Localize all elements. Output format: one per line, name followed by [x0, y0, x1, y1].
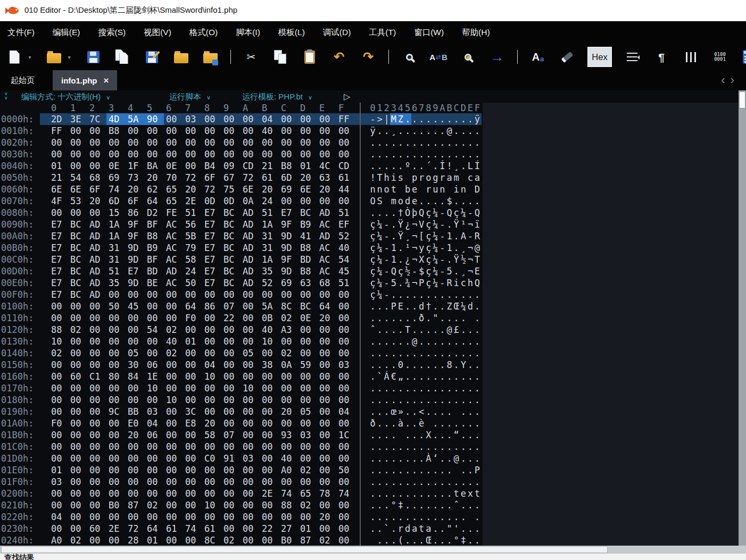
hex-byte[interactable]: E7: [202, 219, 221, 230]
hex-byte[interactable]: 00: [68, 347, 87, 359]
ascii-char[interactable]: .: [404, 406, 411, 417]
ascii-char[interactable]: .: [439, 417, 446, 429]
ascii-char[interactable]: t: [474, 488, 480, 499]
ascii-char[interactable]: ç: [425, 219, 432, 230]
hex-byte[interactable]: 05: [298, 406, 317, 417]
hex-byte[interactable]: 00: [183, 499, 202, 511]
ascii-char[interactable]: m: [453, 172, 460, 183]
ascii-char[interactable]: .: [474, 476, 480, 488]
hex-byte[interactable]: 00: [68, 488, 87, 499]
hex-byte[interactable]: 00: [106, 137, 126, 148]
hex-byte[interactable]: A3: [279, 324, 298, 336]
ascii-char[interactable]: .: [453, 476, 460, 488]
hex-byte[interactable]: 1A: [260, 254, 279, 265]
hex-byte[interactable]: 07: [221, 429, 241, 441]
hex-byte[interactable]: 00: [298, 441, 317, 453]
hex-byte[interactable]: 41: [298, 230, 317, 242]
ascii-char[interactable]: [467, 312, 474, 324]
hex-byte[interactable]: 00: [87, 476, 106, 488]
ascii-char[interactable]: .: [404, 137, 411, 148]
hex-byte[interactable]: 00: [49, 406, 68, 417]
ascii-char[interactable]: .: [411, 160, 418, 172]
ascii-char[interactable]: ¹: [460, 219, 467, 230]
ascii-char[interactable]: <: [418, 406, 425, 417]
hex-byte[interactable]: 00: [221, 137, 241, 148]
hex-byte[interactable]: 00: [183, 534, 202, 546]
hex-byte[interactable]: 20: [298, 172, 317, 183]
ascii-char[interactable]: .: [453, 265, 460, 277]
hex-byte[interactable]: 00: [87, 534, 106, 546]
ascii-char[interactable]: -: [439, 242, 446, 254]
hex-byte[interactable]: E7: [202, 230, 221, 242]
ascii-char[interactable]: .: [474, 347, 480, 359]
hex-byte[interactable]: 00: [164, 429, 183, 441]
hex-byte[interactable]: C1: [87, 371, 106, 382]
ascii-char[interactable]: .: [397, 277, 404, 289]
ascii-char[interactable]: .: [404, 347, 411, 359]
hex-byte[interactable]: 38: [260, 359, 279, 371]
hex-byte[interactable]: 00: [241, 394, 260, 406]
ascii-char[interactable]: .: [369, 523, 376, 534]
hex-byte[interactable]: 00: [241, 417, 260, 429]
hex-row[interactable]: 0240h:A0020000280100008C020000B0870200 .…: [0, 534, 739, 546]
ascii-char[interactable]: e: [460, 488, 467, 499]
hex-byte[interactable]: CD: [241, 160, 260, 172]
hex-byte[interactable]: 00: [183, 289, 202, 300]
hex-byte[interactable]: 0E: [164, 160, 183, 172]
hex-byte[interactable]: AD: [87, 277, 106, 289]
ascii-char[interactable]: @: [453, 453, 460, 464]
hex-byte[interactable]: 9D: [126, 242, 145, 254]
ascii-char[interactable]: º: [404, 160, 411, 172]
hex-byte[interactable]: 00: [241, 148, 260, 160]
hex-byte[interactable]: 00: [336, 511, 355, 523]
ascii-char[interactable]: 1: [390, 242, 397, 254]
ascii-char[interactable]: ç: [425, 254, 432, 265]
ascii-char[interactable]: .: [474, 394, 480, 406]
hex-byte[interactable]: 00: [68, 336, 87, 347]
ascii-char[interactable]: ": [446, 523, 453, 534]
ascii-char[interactable]: t: [390, 183, 397, 195]
ascii-char[interactable]: -: [383, 254, 390, 265]
ascii-char[interactable]: ˆ: [453, 499, 460, 511]
hex-byte[interactable]: BC: [221, 219, 241, 230]
hex-byte[interactable]: 00: [164, 417, 183, 429]
ascii-char[interactable]: .: [383, 406, 390, 417]
hex-byte[interactable]: CD: [336, 160, 355, 172]
hex-byte[interactable]: 54: [68, 172, 87, 183]
ascii-char[interactable]: .: [383, 125, 390, 137]
ascii-char[interactable]: .: [404, 336, 411, 347]
ascii-char[interactable]: c: [467, 172, 474, 183]
ascii-char[interactable]: ¼: [432, 230, 439, 242]
hex-byte[interactable]: 00: [317, 371, 336, 382]
hex-byte[interactable]: 00: [336, 125, 355, 137]
hex-byte[interactable]: 00: [298, 289, 317, 300]
hex-byte[interactable]: 00: [106, 347, 126, 359]
hex-byte[interactable]: 04: [336, 406, 355, 417]
ascii-char[interactable]: .: [446, 464, 453, 476]
hex-byte[interactable]: 02: [279, 347, 298, 359]
ascii-char[interactable]: Ò: [404, 207, 411, 219]
ascii-char[interactable]: .: [376, 148, 383, 160]
hex-byte[interactable]: 20: [317, 183, 336, 195]
ascii-char[interactable]: n: [369, 183, 376, 195]
hex-byte[interactable]: 10: [164, 394, 183, 406]
ascii-char[interactable]: .: [474, 441, 480, 453]
ascii-char[interactable]: ¼: [432, 265, 439, 277]
ascii-char[interactable]: .: [425, 312, 432, 324]
ascii-char[interactable]: [453, 406, 460, 417]
ascii-char[interactable]: .: [390, 464, 397, 476]
ascii-char[interactable]: .: [390, 347, 397, 359]
hex-byte[interactable]: 00: [68, 125, 87, 137]
ascii-char[interactable]: .: [397, 453, 404, 464]
ascii-char[interactable]: .: [439, 429, 446, 441]
ascii-char[interactable]: .: [397, 125, 404, 137]
ascii-char[interactable]: ç: [425, 242, 432, 254]
ascii-char[interactable]: .: [390, 511, 397, 523]
hex-byte[interactable]: 00: [68, 300, 87, 312]
ascii-char[interactable]: 0: [397, 359, 404, 371]
hex-byte[interactable]: 00: [87, 429, 106, 441]
hex-byte[interactable]: 00: [202, 336, 221, 347]
hex-byte[interactable]: 75: [221, 183, 241, 195]
ascii-char[interactable]: x: [467, 488, 474, 499]
ascii-char[interactable]: .: [453, 113, 460, 125]
